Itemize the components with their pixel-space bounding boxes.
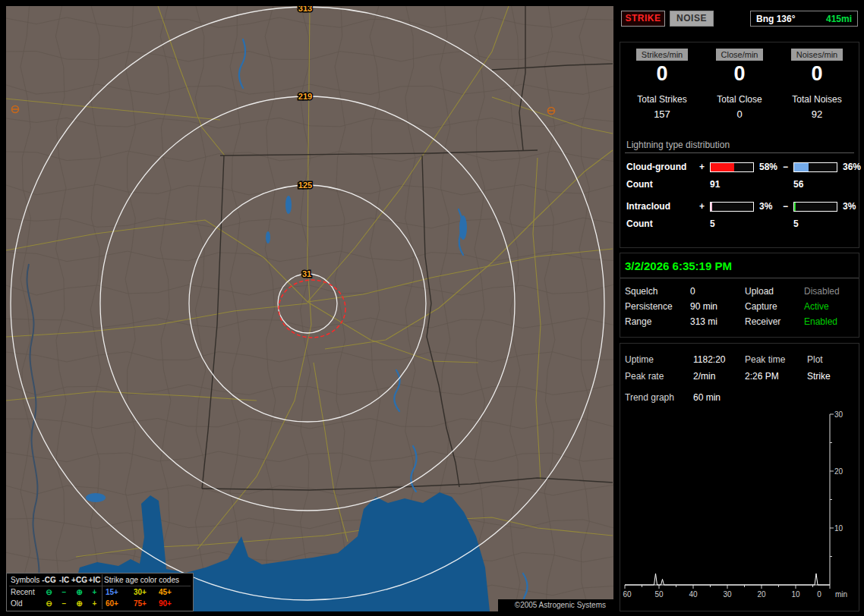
trend-graph-label: Trend graph (625, 392, 693, 403)
noises-column: Noises/min 0 Total Noises 92 (778, 49, 856, 120)
stats-row: Peak rate 2/min 2:26 PM Strike (620, 368, 859, 385)
close-per-min-value: 0 (701, 63, 778, 84)
strike-button[interactable]: STRIKE (621, 11, 665, 27)
legend-col-pos-cg: +CG (71, 574, 87, 586)
age-60: 60+ (102, 598, 131, 609)
receiver-status: Enabled (804, 316, 854, 327)
receiver-label: Receiver (745, 316, 804, 327)
age-30: 30+ (131, 586, 156, 598)
x-tick-30: 30 (723, 590, 732, 599)
trend-graph-span: 60 min (693, 392, 854, 403)
uptime-label: Uptime (625, 354, 693, 365)
x-tick-10: 10 (791, 590, 800, 599)
total-strikes-value: 157 (623, 108, 701, 120)
peak-time-value: 2:26 PM (745, 371, 807, 382)
minus-sign: − (783, 201, 793, 212)
pos-ic-icon: + (87, 598, 102, 609)
plus-sign: + (699, 162, 710, 172)
bearing-readout: Bng 136° 415mi (750, 11, 858, 27)
settings-row: Squelch 0 Upload Disabled (620, 284, 859, 299)
x-tick-60: 60 (623, 590, 632, 599)
trend-graph-row: Trend graph 60 min (620, 390, 859, 405)
total-close-label: Total Close (701, 94, 778, 105)
range-value: 313 mi (690, 316, 745, 327)
total-strikes-label: Total Strikes (623, 94, 701, 105)
neg-ic-icon: − (57, 586, 71, 598)
map-legend: Symbols -CG -IC +CG +IC Strike age color… (6, 573, 194, 611)
range-label: Range (625, 316, 690, 327)
trend-ticks (625, 414, 834, 589)
close-per-min-badge[interactable]: Close/min (716, 49, 764, 61)
legend-old-row: Old ⊖ − ⊕ + 60+ 75+ 90+ (9, 598, 191, 609)
noise-button[interactable]: NOISE (670, 11, 714, 27)
plus-sign: + (699, 201, 710, 212)
cg-plus-pct: 58% (755, 162, 783, 172)
legend-col-neg-cg: -CG (41, 574, 57, 586)
persistence-value: 90 min (690, 301, 745, 312)
legend-recent-row: Recent ⊖ − ⊕ + 15+ 30+ 45+ (9, 586, 191, 598)
legend-old-label: Old (9, 598, 41, 609)
minus-sign: − (783, 162, 793, 172)
trend-axes (625, 414, 830, 585)
lightning-map[interactable]: 313 219 125 31 Symbols -CG -IC +CG +IC (6, 6, 613, 611)
squelch-label: Squelch (625, 286, 690, 297)
cg-minus-bar-fill (794, 163, 809, 171)
bearing-label: Bng 136° (756, 14, 795, 24)
rate-columns: Strikes/min 0 Total Strikes 157 Close/mi… (623, 49, 856, 120)
ic-plus-pct: 3% (755, 201, 783, 212)
ic-minus-bar (793, 202, 837, 212)
y-tick-30: 30 (834, 410, 844, 419)
total-noises-label: Total Noises (778, 94, 856, 105)
ic-plus-count: 5 (710, 218, 755, 229)
ic-minus-bar-fill (794, 203, 796, 211)
copyright-text: ©2005 Astrogenic Systems (498, 599, 613, 611)
x-tick-50: 50 (654, 590, 664, 599)
ic-plus-bar (710, 202, 754, 212)
age-45: 45+ (156, 586, 181, 598)
legend-age-title: Strike age color codes (102, 574, 181, 586)
noises-per-min-badge[interactable]: Noises/min (791, 49, 843, 61)
panel-topbar: STRIKE NOISE Bng 136° 415mi (620, 11, 859, 27)
legend-header-row: Symbols -CG -IC +CG +IC Strike age color… (9, 574, 191, 586)
cloud-ground-label: Cloud-ground (626, 162, 699, 172)
legend-symbols-header: Symbols (9, 574, 41, 586)
count-label: Count (626, 218, 699, 229)
peak-rate-value: 2/min (693, 371, 745, 382)
noises-per-min-value: 0 (778, 63, 856, 84)
cg-plus-bar (710, 162, 754, 172)
close-column: Close/min 0 Total Close 0 (701, 49, 778, 120)
rates-box: Strikes/min 0 Total Strikes 157 Close/mi… (620, 42, 859, 248)
peak-time-label: Peak time (745, 354, 807, 365)
y-tick-20: 20 (834, 467, 844, 476)
strikes-per-min-value: 0 (623, 63, 701, 84)
count-label: Count (626, 179, 699, 190)
strikes-column: Strikes/min 0 Total Strikes 157 (623, 49, 701, 120)
cloud-ground-count-row: Count 91 56 (623, 179, 856, 190)
trend-series-strike (625, 574, 830, 585)
strikes-per-min-badge[interactable]: Strikes/min (636, 49, 688, 61)
map-canvas[interactable]: 313 219 125 31 (6, 6, 613, 611)
nexstorm-app-window: 313 219 125 31 Symbols -CG -IC +CG +IC (0, 0, 864, 616)
stats-box: Uptime 1182:20 Peak time Plot Peak rate … (620, 343, 859, 611)
intracloud-row: Intracloud + 3% − 3% (623, 201, 856, 212)
y-tick-10: 10 (834, 524, 844, 533)
ic-minus-pct: 3% (839, 201, 863, 212)
uptime-value: 1182:20 (693, 354, 745, 365)
plot-label: Plot (807, 354, 854, 365)
pos-cg-icon: ⊕ (71, 598, 87, 609)
x-unit-label: min (835, 590, 847, 599)
upload-label: Upload (745, 286, 804, 297)
trend-x-labels: 60 50 40 30 20 10 0 min (623, 590, 847, 599)
total-close-value: 0 (701, 108, 778, 120)
ring-label-313: 313 (298, 6, 312, 13)
age-75: 75+ (131, 598, 156, 609)
pos-cg-icon: ⊕ (71, 586, 87, 598)
plot-value: Strike (807, 371, 854, 382)
legend-col-pos-ic: +IC (87, 574, 102, 586)
legend-recent-label: Recent (9, 586, 41, 598)
pos-ic-icon: + (87, 586, 102, 598)
intracloud-label: Intracloud (626, 201, 699, 212)
cg-plus-bar-fill (711, 163, 734, 171)
upload-status: Disabled (804, 286, 854, 297)
age-90: 90+ (156, 598, 181, 609)
